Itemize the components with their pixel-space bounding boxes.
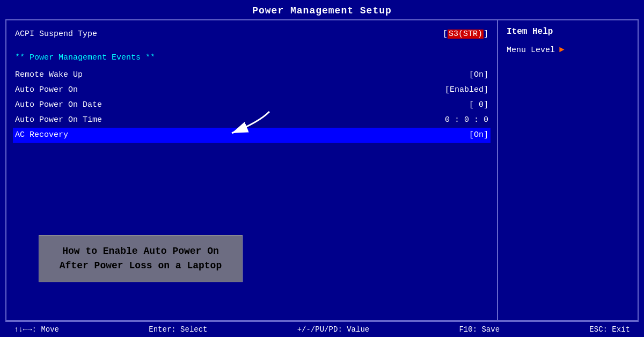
menu-level: Menu Level ► [507, 45, 629, 55]
acpi-value: [S3(STR)] [443, 28, 488, 41]
acpi-label: ACPI Suspend Type [15, 28, 97, 41]
exit-hint: ESC: Exit [589, 325, 630, 334]
auto-power-on-row: Auto Power On [Enabled] [15, 83, 488, 98]
auto-power-on-time-value: 0 : 0 : 0 [445, 114, 488, 127]
move-hint: ↑↓←→: Move [14, 325, 59, 334]
acpi-suspend-row: ACPI Suspend Type [S3(STR)] [15, 27, 488, 42]
section-header: ** Power Management Events ** [15, 50, 488, 65]
remote-wake-up-label: Remote Wake Up [15, 69, 83, 82]
enter-hint: Enter: Select [149, 325, 207, 334]
auto-power-on-time-label: Auto Power On Time [15, 114, 102, 127]
left-panel: ACPI Suspend Type [S3(STR)] ** Power Man… [6, 20, 498, 320]
arrow-annotation [189, 106, 275, 144]
auto-power-on-date-label: Auto Power On Date [15, 99, 102, 112]
value-hint: +/-/PU/PD: Value [297, 325, 369, 334]
remote-wake-up-value: [On] [469, 69, 488, 82]
auto-power-on-label: Auto Power On [15, 84, 78, 97]
right-panel: Item Help Menu Level ► [498, 20, 638, 320]
save-hint: F10: Save [459, 325, 500, 334]
menu-level-label: Menu Level [507, 46, 555, 55]
bottom-bar: ↑↓←→: Move Enter: Select +/-/PU/PD: Valu… [5, 321, 639, 337]
page-title: Power Management Setup [0, 0, 644, 19]
ac-recovery-label: AC Recovery [15, 129, 68, 142]
acpi-value-highlight: S3(STR) [448, 30, 484, 39]
auto-power-on-value: [Enabled] [445, 84, 488, 97]
auto-power-on-date-value: [ 0] [469, 99, 488, 112]
caption-box: How to Enable Auto Power On After Power … [39, 235, 243, 282]
remote-wake-up-row: Remote Wake Up [On] [15, 68, 488, 83]
bios-screen: Power Management Setup ACPI Suspend Type… [0, 0, 644, 337]
menu-level-arrow-icon: ► [559, 45, 565, 55]
ac-recovery-value: [On] [469, 129, 488, 142]
main-area: ACPI Suspend Type [S3(STR)] ** Power Man… [5, 19, 639, 321]
item-help-title: Item Help [507, 27, 629, 36]
